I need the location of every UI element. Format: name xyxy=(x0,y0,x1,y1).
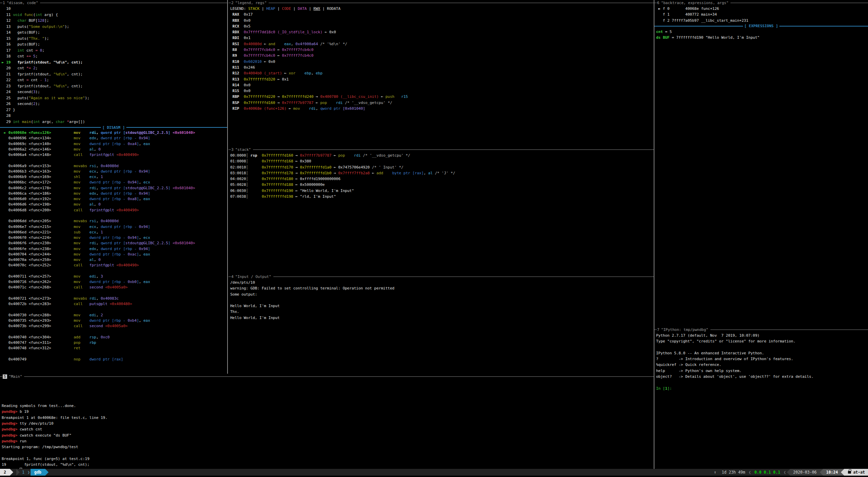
window-tab-gdb[interactable]: gdb xyxy=(31,469,45,476)
terminal-line: 19 fprintf(stdout, "%d\n", cnt); xyxy=(2,462,654,467)
pane-disasm-code[interactable]: 1"disasm, code" 10 11 void func(int arg)… xyxy=(0,0,228,374)
terminal-line: 0x4006f6 <func+230> mov rdi, qword ptr [… xyxy=(2,241,227,246)
pane-backtrace-expressions[interactable]: 6"backtrace, expressions, args" ► f 0 40… xyxy=(654,0,868,327)
pane-stack[interactable]: 3"stack" 00:0000│ rsp 0x7fffffffd160 → 0… xyxy=(229,147,654,274)
terminal-line: 0x4006c2 <func+178> mov rdi, qword ptr [… xyxy=(2,186,227,191)
terminal-line: 10 xyxy=(2,6,227,12)
terminal-line xyxy=(656,379,868,385)
source-listing: 10 11 void func(int arg) { 12 char BUF[1… xyxy=(0,6,227,125)
active-pane-number: 5 xyxy=(3,374,7,379)
pane-name: "IPython: tmp/pwndbg" xyxy=(661,328,708,332)
terminal-line: 0x400748 <func+312> ret xyxy=(2,346,227,351)
terminal-line: cnt = 5 xyxy=(656,29,868,35)
pane-name: "disasm, code" xyxy=(7,1,38,5)
terminal-line: /dev/pts/10 xyxy=(230,280,654,285)
terminal-line: pwndbg> cwatch execute "ds BUF" xyxy=(2,432,654,438)
terminal-line xyxy=(2,450,654,456)
terminal-line: pwndbg> b 19 xyxy=(2,409,654,414)
pane-name: "stack" xyxy=(235,147,251,152)
up-arrow-icon: ↑ xyxy=(711,469,719,476)
pane-input-output[interactable]: 4"Input / Output" /dev/pts/10warning: GD… xyxy=(229,274,654,374)
terminal-line: R11 0x246 xyxy=(230,65,654,70)
lock-icon xyxy=(848,471,851,474)
terminal-line: 21 fprintf(stdout, "%d\n", cnt); xyxy=(2,71,227,77)
terminal-line: 0x40070c <func+252> call fprintf@plt <0x… xyxy=(2,263,227,268)
terminal-line: 0x400749 nop dword ptr [rax] xyxy=(2,357,227,362)
terminal-line xyxy=(2,213,227,218)
terminal-line: 25 puts("Again as it was so nice"); xyxy=(2,95,227,101)
pane-number: 6 xyxy=(657,1,659,5)
terminal-line: 0x400696 <func+134> mov edx, dword ptr [… xyxy=(2,136,227,141)
terminal-line: 0x4006f0 <func+224> mov dword ptr [rbp -… xyxy=(2,235,227,241)
terminal-line: R12 0x4004b0 (_start) ← xor ebp, ebp xyxy=(230,70,654,76)
terminal-line: 0x4006d8 <func+200> call fprintf@plt <0x… xyxy=(2,208,227,213)
terminal-line: 0x40072b <func+283> call puts@plt <0x400… xyxy=(2,301,227,307)
terminal-line: ds BUF = 7fffffffd190 "Hello World, I'm … xyxy=(656,35,868,40)
terminal-line: ► f 0 40068e func+126 xyxy=(656,6,868,12)
pane-ipython[interactable]: 7"IPython: tmp/pwndbg" Python 2.7.17 (de… xyxy=(654,327,868,469)
terminal-line: RCX 0x5 xyxy=(230,23,654,29)
pane-title-main: 5"Main" xyxy=(0,374,654,379)
terminal-line xyxy=(2,379,654,385)
terminal-line: 0x400711 <func+257> mov edi, 3 xyxy=(2,274,227,279)
terminal-line: 0x40070a <func+250> mov al, 0 xyxy=(2,257,227,263)
disassembly-listing: ► 0x40068e <func+126> mov rdi, qword ptr… xyxy=(0,130,227,362)
terminal-line: 0x4006a2 <func+146> mov al, 0 xyxy=(2,147,227,152)
terminal-line: 0x4006b3 <func+163> mov ecx, dword ptr [… xyxy=(2,169,227,174)
terminal-line: warning: GDB: Failed to set controlling … xyxy=(230,285,654,291)
terminal-line: Thx. xyxy=(230,309,654,315)
terminal-line: 22 cnt = cnt - 1; xyxy=(2,77,227,83)
terminal-line xyxy=(2,397,654,403)
pane-legend-regs[interactable]: 2"legend, regs" LEGEND: STACK | HEAP | C… xyxy=(229,0,654,147)
gdb-console[interactable]: Reading symbols from test...done.pwndbg>… xyxy=(0,379,654,469)
terminal-line xyxy=(2,158,227,163)
terminal-line: ► 19 fprintf(stdout, "%d\n", cnt); xyxy=(2,59,227,66)
terminal-line: LEGEND: STACK | HEAP | CODE | DATA | RWX… xyxy=(230,6,654,12)
expressions-section-label: [ EXPRESSIONS ] xyxy=(744,24,778,28)
terminal-line: 0x400735 <func+293> mov dword ptr [rbp -… xyxy=(2,318,227,323)
powerline-arrow-icon xyxy=(45,469,49,476)
powerline-arrow-icon xyxy=(10,469,13,476)
pane-main-gdb[interactable]: 5"Main" Reading symbols from test...done… xyxy=(0,374,654,469)
pane-title-stack: 3"stack" xyxy=(229,147,654,153)
window-tab-index[interactable]: 1 xyxy=(20,469,27,476)
pane-number: 1 xyxy=(3,1,5,5)
ipython-console[interactable]: Python 2.7.17 (default, Nov 7 2019, 10:0… xyxy=(654,333,868,391)
terminal-line: R10 0x602010 ← 0x0 xyxy=(230,59,654,65)
disasm-section-divider: [ DISASM ] xyxy=(0,125,227,130)
pane-number: 3 xyxy=(231,147,234,152)
terminal-line: Some output: xyxy=(230,292,654,297)
terminal-line: 0x400747 <func+311> pop rbp xyxy=(2,340,227,346)
terminal-line: 16 puts(BUF); xyxy=(2,41,227,48)
terminal-line: Hello World, I'm Input xyxy=(230,303,654,309)
terminal-line: 0x4006ed <func+221> sub ecx, 1 xyxy=(2,230,227,235)
terminal-line: pwndbg> tty /dev/pts/10 xyxy=(2,421,654,426)
terminal-line: 03:0018│ 0x7fffffffd178 → 0x7fffffffd1b0… xyxy=(230,170,654,176)
terminal-line: RDI 0x1 xyxy=(230,35,654,41)
terminal-line: 14 gets(BUF); xyxy=(2,30,227,36)
terminal-line: object? -> Details about 'object', use '… xyxy=(656,374,868,379)
terminal-line: 00:0000│ rsp 0x7fffffffd160 → 0x7ffff7b9… xyxy=(230,153,654,158)
terminal-line: 0x4006a4 <func+148> call fprintf@plt <0x… xyxy=(2,152,227,158)
terminal-line xyxy=(2,351,227,357)
terminal-line: 0x4006dd <func+205> movabs rsi, 0x40080d xyxy=(2,218,227,224)
uptime: 1d 23h 49m xyxy=(719,469,748,476)
terminal-line: R14 0x0 xyxy=(230,82,654,88)
terminal-line: 12 char BUF[128]; xyxy=(2,18,227,24)
terminal-line: 18 cnt += 5; xyxy=(2,53,227,59)
terminal-line: 20 cnt *= 2; xyxy=(2,65,227,71)
registers-listing: LEGEND: STACK | HEAP | CODE | DATA | RWX… xyxy=(229,6,654,111)
terminal-line: Breakpoint 1 at 0x40068e: file test.c, l… xyxy=(2,415,654,421)
window-separator-icon: ❯ xyxy=(27,469,31,476)
pane-name: "legend, regs" xyxy=(235,1,267,5)
terminal-line: 29 int main(int argc, char *argv[]) xyxy=(2,119,227,125)
terminal-line: R13 0x7fffffffd320 ← 0x1 xyxy=(230,76,654,82)
terminal-line: 11 void func(int arg) { xyxy=(2,12,227,18)
clock: 10:24 xyxy=(823,469,841,476)
terminal-line xyxy=(230,297,654,303)
terminal-line: RSP 0x7fffffffd160 → 0x7ffff7b97787 ← po… xyxy=(230,100,654,106)
terminal-line: RBX 0x0 xyxy=(230,18,654,23)
terminal-line: ► 0x40068e <func+126> mov rdi, qword ptr… xyxy=(2,130,227,136)
session-badge[interactable]: 2 xyxy=(0,469,10,476)
terminal-line: pwndbg> run xyxy=(2,438,654,444)
